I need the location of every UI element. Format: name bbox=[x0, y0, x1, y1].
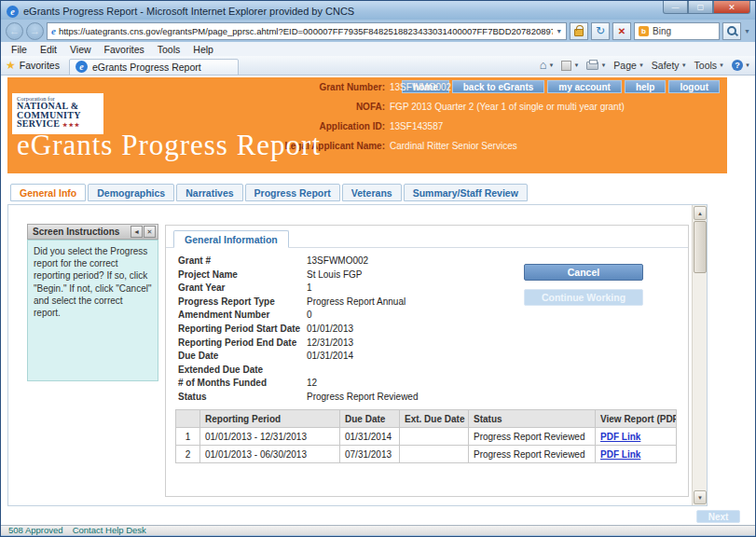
url-field[interactable]: e https://uategrants.cns.gov/egrantsPM/p… bbox=[47, 22, 567, 40]
lock-icon bbox=[574, 29, 584, 36]
print-button[interactable]: ▼ bbox=[586, 62, 606, 70]
back-button[interactable]: ← bbox=[6, 22, 23, 40]
row-number: 2 bbox=[176, 446, 200, 463]
forward-button[interactable]: → bbox=[26, 22, 44, 40]
page-title: eGrants Progress Report bbox=[17, 129, 321, 162]
field-value: Progress Report Annual bbox=[307, 296, 405, 310]
page-menu-label: Page bbox=[613, 60, 637, 71]
close-instructions-button[interactable]: ✕ bbox=[144, 226, 156, 238]
tab-progress-report[interactable]: Progress Report bbox=[245, 184, 340, 201]
browser-tab[interactable]: e eGrants Progress Report bbox=[69, 59, 239, 76]
tab-demographics[interactable]: Demographics bbox=[88, 184, 174, 201]
nav-button-logout[interactable]: logout bbox=[668, 80, 720, 93]
due-date-cell: 07/31/2013 bbox=[340, 446, 400, 463]
link-contact-help-desk[interactable]: Contact Help Desk bbox=[73, 526, 146, 535]
favorites-bar: ★ Favorites e eGrants Progress Report ⌂ … bbox=[1, 56, 755, 76]
title-bar[interactable]: e eGrants Progress Report - Microsoft In… bbox=[1, 1, 755, 20]
printer-icon bbox=[586, 62, 598, 70]
continue-working-button[interactable]: Continue Working bbox=[524, 289, 643, 306]
collapse-instructions-button[interactable]: ◄ bbox=[131, 226, 143, 238]
tab-summary-staff-review[interactable]: Summary/Staff Review bbox=[404, 184, 528, 201]
tab-veterans[interactable]: Veterans bbox=[342, 184, 402, 201]
scroll-down-button[interactable]: ▼ bbox=[694, 490, 707, 504]
home-button[interactable]: ⌂ ▼ bbox=[540, 61, 555, 70]
reporting-period-cell: 01/01/2013 - 06/30/2013 bbox=[200, 446, 340, 463]
address-bar: ← → e https://uategrants.cns.gov/egrants… bbox=[1, 20, 755, 42]
close-button[interactable]: ✕ bbox=[713, 1, 750, 14]
nav-button-help[interactable]: help bbox=[625, 80, 667, 93]
menu-bar: File Edit View Favorites Tools Help bbox=[1, 42, 755, 56]
field-row-due-date: Due Date 01/31/2014 bbox=[178, 351, 419, 365]
tab-narratives[interactable]: Narratives bbox=[176, 184, 242, 201]
security-lock-button[interactable] bbox=[570, 22, 588, 40]
field-value: 01/31/2014 bbox=[307, 351, 353, 365]
scroll-thumb[interactable] bbox=[694, 221, 707, 273]
logo-stars-icon: ★★★ bbox=[62, 122, 80, 128]
safety-menu-label: Safety bbox=[652, 60, 680, 71]
chevron-down-icon: ▼ bbox=[745, 62, 750, 68]
menu-item-view[interactable]: View bbox=[63, 44, 98, 55]
link-508-approved[interactable]: 508 Approved bbox=[8, 526, 63, 535]
page-viewport: home back to eGrants my account help log… bbox=[1, 76, 755, 525]
field-row-extended-due-date: Extended Due Date bbox=[178, 365, 419, 379]
pdf-link[interactable]: PDF Link bbox=[600, 432, 640, 442]
bing-logo-icon: b bbox=[639, 26, 649, 36]
field-row-months-funded: # of Months Funded 12 bbox=[178, 378, 419, 392]
menu-item-favorites[interactable]: Favorites bbox=[98, 44, 151, 55]
favorites-star-icon[interactable]: ★ bbox=[6, 59, 16, 72]
safety-menu-button[interactable]: Safety ▼ bbox=[652, 60, 687, 71]
chevron-down-icon: ▼ bbox=[639, 62, 644, 68]
field-row-project-name: Project Name St Louis FGP bbox=[178, 269, 419, 283]
feed-button[interactable]: ▼ bbox=[561, 61, 579, 71]
minimize-button[interactable]: — bbox=[663, 1, 688, 14]
home-icon: ⌂ bbox=[540, 61, 547, 70]
menu-item-tools[interactable]: Tools bbox=[151, 44, 187, 55]
field-label: Grant Year bbox=[178, 282, 307, 296]
tools-menu-label: Tools bbox=[694, 60, 718, 71]
scrollbar[interactable]: ▲ ▼ bbox=[692, 205, 707, 505]
address-dropdown-icon[interactable]: ▼ bbox=[556, 28, 562, 34]
maximize-button[interactable]: ▢ bbox=[688, 1, 713, 14]
help-icon: ? bbox=[732, 60, 743, 71]
chevron-down-icon: ▼ bbox=[549, 62, 555, 68]
cancel-button[interactable]: Cancel bbox=[524, 264, 643, 281]
content-frame: Screen Instructions ◄ ✕ Did you select t… bbox=[7, 204, 708, 506]
field-list: Grant # 13SFWMO002 Project Name St Louis… bbox=[178, 255, 419, 406]
field-row-period-end: Reporting Period End Date 12/31/2013 bbox=[178, 337, 419, 351]
search-placeholder: Bing bbox=[653, 26, 671, 36]
status-bar: 508 Approved Contact Help Desk bbox=[1, 525, 755, 535]
tools-menu-button[interactable]: Tools ▼ bbox=[694, 60, 724, 71]
chevron-down-icon: ▼ bbox=[573, 62, 579, 68]
ie-logo-icon: e bbox=[7, 6, 19, 18]
due-date-cell: 01/31/2014 bbox=[340, 428, 400, 446]
menu-item-edit[interactable]: Edit bbox=[34, 44, 63, 55]
table-header-row: Reporting Period Due Date Ext. Due Date … bbox=[176, 410, 677, 428]
favorites-label[interactable]: Favorites bbox=[20, 60, 60, 71]
magnifier-icon bbox=[726, 25, 738, 37]
tab-general-info[interactable]: General Info bbox=[10, 184, 86, 201]
field-label: Amendment Number bbox=[178, 310, 307, 324]
grant-number-value: 13SFWMO002 bbox=[390, 81, 625, 93]
egrants-banner: home back to eGrants my account help log… bbox=[7, 77, 727, 173]
field-row-grant-year: Grant Year 1 bbox=[178, 282, 419, 296]
field-label: Progress Report Type bbox=[178, 296, 307, 310]
menu-item-file[interactable]: File bbox=[5, 44, 34, 55]
general-information-panel: General Information Grant # 13SFWMO002 P… bbox=[165, 225, 689, 497]
search-button[interactable] bbox=[722, 22, 741, 40]
scroll-up-button[interactable]: ▲ bbox=[694, 206, 707, 220]
page-menu-button[interactable]: Page ▼ bbox=[613, 60, 643, 71]
browser-tab-label: eGrants Progress Report bbox=[92, 62, 201, 73]
pdf-link[interactable]: PDF Link bbox=[600, 449, 640, 460]
screen-instructions-header: Screen Instructions ◄ ✕ bbox=[27, 224, 158, 240]
search-input[interactable]: b Bing bbox=[634, 22, 720, 40]
general-information-tab[interactable]: General Information bbox=[173, 230, 289, 248]
stop-button[interactable]: ✕ bbox=[612, 22, 631, 40]
field-label: Project Name bbox=[178, 269, 307, 283]
field-label: # of Months Funded bbox=[178, 378, 307, 392]
search-dropdown-icon[interactable]: ▼ bbox=[744, 28, 750, 34]
next-button[interactable]: Next bbox=[696, 510, 740, 523]
refresh-button[interactable]: ↻ bbox=[591, 22, 610, 40]
field-label: Status bbox=[178, 392, 307, 406]
menu-item-help[interactable]: Help bbox=[186, 44, 220, 55]
help-menu-button[interactable]: ? ▼ bbox=[732, 60, 750, 71]
